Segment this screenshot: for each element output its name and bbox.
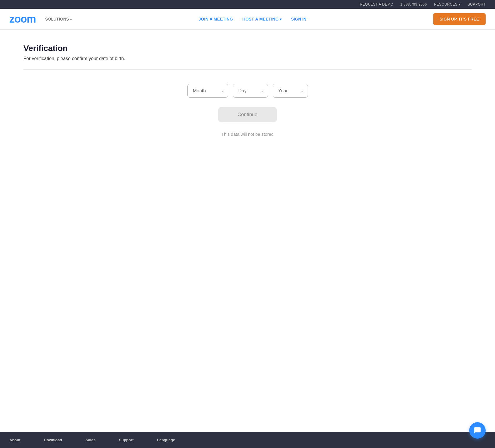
month-wrapper: Month January February March April May J… bbox=[187, 84, 228, 98]
footer: About Download Sales Support Language bbox=[0, 432, 495, 448]
host-chevron-icon bbox=[280, 17, 282, 21]
solutions-button[interactable]: SOLUTIONS bbox=[45, 17, 72, 21]
chat-icon bbox=[474, 427, 481, 434]
footer-sales[interactable]: Sales bbox=[86, 438, 96, 442]
form-area: Month January February March April May J… bbox=[23, 84, 472, 137]
phone-link[interactable]: 1.888.799.9666 bbox=[400, 2, 427, 6]
main-content: Verification For verification, please co… bbox=[0, 30, 495, 432]
host-meeting-link[interactable]: HOST A MEETING bbox=[242, 17, 282, 21]
top-bar: REQUEST A DEMO 1.888.799.9666 RESOURCES … bbox=[0, 0, 495, 9]
page-title: Verification bbox=[23, 44, 472, 53]
footer-language[interactable]: Language bbox=[157, 438, 175, 442]
date-selectors: Month January February March April May J… bbox=[187, 84, 308, 98]
data-notice: This data will not be stored bbox=[221, 132, 274, 137]
month-select[interactable]: Month January February March April May J… bbox=[187, 84, 228, 98]
join-meeting-link[interactable]: JOIN A MEETING bbox=[199, 17, 233, 21]
day-wrapper: Day for(let i=1;i<=31;i++) document.writ… bbox=[233, 84, 268, 98]
nav-center: JOIN A MEETING HOST A MEETING SIGN IN bbox=[72, 17, 433, 21]
page-subtitle: For verification, please confirm your da… bbox=[23, 56, 472, 61]
signup-button[interactable]: SIGN UP, IT'S FREE bbox=[433, 13, 486, 25]
footer-download[interactable]: Download bbox=[44, 438, 62, 442]
day-select[interactable]: Day for(let i=1;i<=31;i++) document.writ… bbox=[233, 84, 268, 98]
support-link[interactable]: SUPPORT bbox=[468, 2, 486, 6]
year-select[interactable]: Year for(let y=new Date().getFullYear();… bbox=[273, 84, 308, 98]
sign-in-link[interactable]: SIGN IN bbox=[291, 17, 306, 21]
divider bbox=[23, 69, 472, 70]
year-wrapper: Year for(let y=new Date().getFullYear();… bbox=[273, 84, 308, 98]
continue-button[interactable]: Continue bbox=[218, 107, 277, 122]
footer-support[interactable]: Support bbox=[119, 438, 134, 442]
request-demo-link[interactable]: REQUEST A DEMO bbox=[360, 2, 393, 6]
chat-bubble-button[interactable] bbox=[469, 422, 486, 439]
zoom-logo: zoom bbox=[9, 13, 36, 25]
resources-link[interactable]: RESOURCES bbox=[434, 2, 461, 6]
chevron-down-icon bbox=[459, 2, 461, 6]
footer-about[interactable]: About bbox=[9, 438, 21, 442]
nav-bar: zoom SOLUTIONS JOIN A MEETING HOST A MEE… bbox=[0, 9, 495, 30]
